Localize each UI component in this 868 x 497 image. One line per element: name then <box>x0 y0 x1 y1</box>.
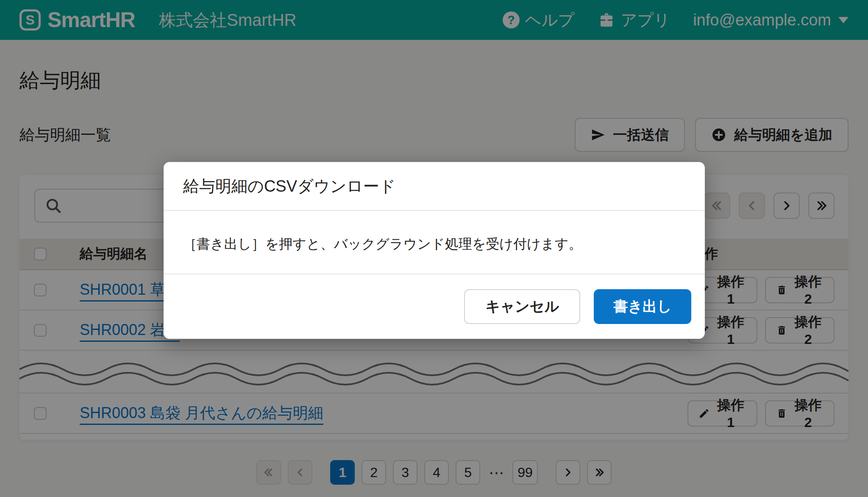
dialog-footer: キャンセル 書き出し <box>164 274 705 339</box>
csv-download-dialog: 給与明細のCSVダウンロード ［書き出し］を押すと、バックグラウンド処理を受け付… <box>164 162 705 339</box>
dialog-title: 給与明細のCSVダウンロード <box>164 162 705 211</box>
dialog-message: ［書き出し］を押すと、バックグラウンド処理を受け付けます。 <box>164 211 705 274</box>
export-button[interactable]: 書き出し <box>594 289 691 324</box>
cancel-button[interactable]: キャンセル <box>464 289 580 324</box>
smarthr-app: S SmartHR 株式会社SmartHR ? ヘルプ アプリ info@exa… <box>0 0 868 497</box>
